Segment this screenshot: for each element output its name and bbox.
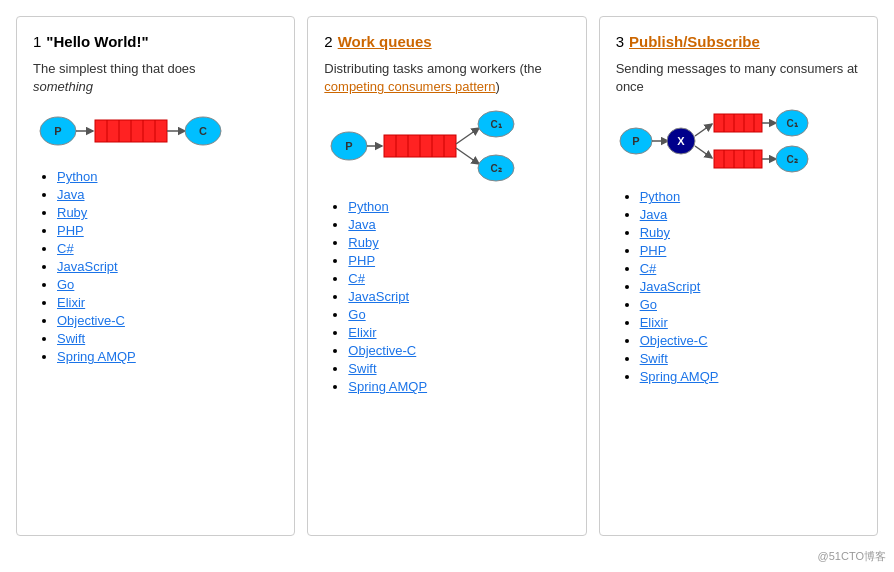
svg-text:C₁: C₁ bbox=[491, 119, 502, 130]
list-item: JavaScript bbox=[640, 278, 861, 294]
java-link-1[interactable]: Java bbox=[57, 187, 84, 202]
elixir-link-3[interactable]: Elixir bbox=[640, 315, 668, 330]
card-1-desc: The simplest thing that does something bbox=[33, 60, 278, 96]
svg-rect-39 bbox=[714, 150, 762, 168]
card-3-num: 3 bbox=[616, 33, 624, 50]
list-item: Spring AMQP bbox=[57, 348, 278, 364]
php-link-2[interactable]: PHP bbox=[348, 253, 375, 268]
list-item: Java bbox=[348, 216, 569, 232]
csharp-link-2[interactable]: C# bbox=[348, 271, 365, 286]
objc-link-1[interactable]: Objective-C bbox=[57, 313, 125, 328]
list-item: Go bbox=[640, 296, 861, 312]
svg-line-22 bbox=[456, 148, 479, 164]
list-item: C# bbox=[640, 260, 861, 276]
card-2-links: Python Java Ruby PHP C# JavaScript Go El… bbox=[324, 198, 569, 394]
svg-text:C₂: C₂ bbox=[491, 163, 502, 174]
card-3: 3 Publish/Subscribe Sending messages to … bbox=[599, 16, 878, 536]
go-link-1[interactable]: Go bbox=[57, 277, 74, 292]
svg-line-21 bbox=[456, 128, 479, 144]
list-item: JavaScript bbox=[348, 288, 569, 304]
watermark: @51CTO博客 bbox=[818, 549, 886, 564]
list-item: PHP bbox=[348, 252, 569, 268]
list-item: Go bbox=[57, 276, 278, 292]
java-link-2[interactable]: Java bbox=[348, 217, 375, 232]
swift-link-3[interactable]: Swift bbox=[640, 351, 668, 366]
swift-link-2[interactable]: Swift bbox=[348, 361, 376, 376]
spring-link-3[interactable]: Spring AMQP bbox=[640, 369, 719, 384]
list-item: Objective-C bbox=[57, 312, 278, 328]
competing-consumers-link[interactable]: competing consumers pattern bbox=[324, 79, 495, 94]
card-3-links: Python Java Ruby PHP C# JavaScript Go El… bbox=[616, 188, 861, 384]
objc-link-2[interactable]: Objective-C bbox=[348, 343, 416, 358]
cards-container: 1 "Hello World!" The simplest thing that… bbox=[16, 16, 878, 536]
ruby-link-2[interactable]: Ruby bbox=[348, 235, 378, 250]
svg-text:P: P bbox=[632, 135, 639, 147]
list-item: Elixir bbox=[348, 324, 569, 340]
svg-line-33 bbox=[695, 146, 712, 158]
js-link-2[interactable]: JavaScript bbox=[348, 289, 409, 304]
list-item: Python bbox=[640, 188, 861, 204]
card-1-links: Python Java Ruby PHP C# JavaScript Go El… bbox=[33, 168, 278, 364]
card-1-title: 1 "Hello World!" bbox=[33, 33, 278, 50]
card-2-diagram: P C₁ C₂ bbox=[324, 106, 569, 186]
card-2-num: 2 bbox=[324, 33, 332, 50]
list-item: PHP bbox=[57, 222, 278, 238]
list-item: Go bbox=[348, 306, 569, 322]
list-item: Swift bbox=[348, 360, 569, 376]
csharp-link-1[interactable]: C# bbox=[57, 241, 74, 256]
list-item: Swift bbox=[57, 330, 278, 346]
card-1: 1 "Hello World!" The simplest thing that… bbox=[16, 16, 295, 536]
elixir-link-2[interactable]: Elixir bbox=[348, 325, 376, 340]
card-2-desc: Distributing tasks among workers (the co… bbox=[324, 60, 569, 96]
js-link-3[interactable]: JavaScript bbox=[640, 279, 701, 294]
java-link-3[interactable]: Java bbox=[640, 207, 667, 222]
card-1-desc1: The simplest thing that does bbox=[33, 61, 196, 76]
card-2-title-link[interactable]: Work queues bbox=[338, 33, 432, 50]
spring-link-1[interactable]: Spring AMQP bbox=[57, 349, 136, 364]
ruby-link-3[interactable]: Ruby bbox=[640, 225, 670, 240]
list-item: Objective-C bbox=[640, 332, 861, 348]
ruby-link-1[interactable]: Ruby bbox=[57, 205, 87, 220]
csharp-link-3[interactable]: C# bbox=[640, 261, 657, 276]
js-link-1[interactable]: JavaScript bbox=[57, 259, 118, 274]
list-item: Swift bbox=[640, 350, 861, 366]
list-item: Java bbox=[640, 206, 861, 222]
list-item: Spring AMQP bbox=[348, 378, 569, 394]
svg-text:C₁: C₁ bbox=[786, 118, 797, 129]
python-link-1[interactable]: Python bbox=[57, 169, 97, 184]
python-link-3[interactable]: Python bbox=[640, 189, 680, 204]
php-link-1[interactable]: PHP bbox=[57, 223, 84, 238]
spring-link-2[interactable]: Spring AMQP bbox=[348, 379, 427, 394]
svg-text:C₂: C₂ bbox=[786, 154, 797, 165]
list-item: Ruby bbox=[57, 204, 278, 220]
svg-line-32 bbox=[695, 124, 712, 136]
list-item: Java bbox=[57, 186, 278, 202]
svg-text:C: C bbox=[199, 125, 207, 137]
card-1-desc2: something bbox=[33, 79, 93, 94]
svg-text:P: P bbox=[54, 125, 61, 137]
card-1-title-text: "Hello World!" bbox=[46, 33, 148, 50]
php-link-3[interactable]: PHP bbox=[640, 243, 667, 258]
card-3-desc: Sending messages to many consumers at on… bbox=[616, 60, 861, 96]
list-item: Objective-C bbox=[348, 342, 569, 358]
card-1-num: 1 bbox=[33, 33, 41, 50]
card-3-title-link[interactable]: Publish/Subscribe bbox=[629, 33, 760, 50]
elixir-link-1[interactable]: Elixir bbox=[57, 295, 85, 310]
card-1-diagram: P C bbox=[33, 106, 278, 156]
list-item: Python bbox=[348, 198, 569, 214]
list-item: JavaScript bbox=[57, 258, 278, 274]
list-item: Elixir bbox=[57, 294, 278, 310]
go-link-3[interactable]: Go bbox=[640, 297, 657, 312]
go-link-2[interactable]: Go bbox=[348, 307, 365, 322]
objc-link-3[interactable]: Objective-C bbox=[640, 333, 708, 348]
svg-rect-34 bbox=[714, 114, 762, 132]
python-link-2[interactable]: Python bbox=[348, 199, 388, 214]
card-3-title: 3 Publish/Subscribe bbox=[616, 33, 861, 50]
swift-link-1[interactable]: Swift bbox=[57, 331, 85, 346]
list-item: Ruby bbox=[640, 224, 861, 240]
list-item: C# bbox=[348, 270, 569, 286]
card-2: 2 Work queues Distributing tasks among w… bbox=[307, 16, 586, 536]
list-item: Spring AMQP bbox=[640, 368, 861, 384]
list-item: Elixir bbox=[640, 314, 861, 330]
card-2-title: 2 Work queues bbox=[324, 33, 569, 50]
